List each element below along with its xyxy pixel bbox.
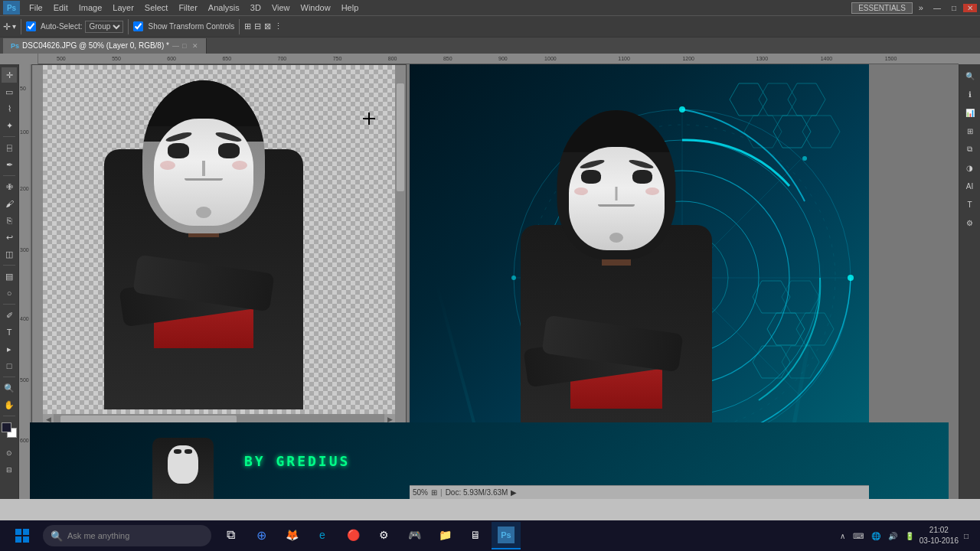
show-transform-checkbox[interactable] xyxy=(133,21,143,31)
align-right-icon[interactable]: ⊠ xyxy=(264,21,271,31)
zoom-fit-right-icon[interactable]: ⊞ xyxy=(431,488,437,497)
menu-view[interactable]: View xyxy=(267,2,295,13)
start-button[interactable] xyxy=(3,522,41,549)
system-tray: ∧ ⌨ 🌐 🔊 🔋 21:02 03-10-2016 □ xyxy=(838,525,977,546)
tray-network[interactable]: 🌐 xyxy=(869,532,883,540)
heal-tool[interactable]: ✙ xyxy=(2,179,17,194)
history-brush-tool[interactable]: ↩ xyxy=(2,230,17,245)
marquee-tool[interactable]: ▭ xyxy=(2,84,17,99)
tool-arrow-icon: ▾ xyxy=(12,22,16,31)
menu-analysis[interactable]: Analysis xyxy=(204,2,244,13)
magic-wand-tool[interactable]: ✦ xyxy=(2,118,17,133)
eyedropper-tool[interactable]: ✒ xyxy=(2,157,17,172)
taskbar-chrome[interactable]: ⊕ xyxy=(247,522,276,549)
foreground-color[interactable] xyxy=(2,422,11,432)
tab-restore-icon[interactable]: □ xyxy=(182,42,186,50)
panel-layers-icon[interactable]: ⧉ xyxy=(962,141,978,158)
align-center-icon[interactable]: ⊟ xyxy=(254,21,261,31)
color-swatch[interactable] xyxy=(2,422,17,438)
hand-tool[interactable]: ✋ xyxy=(2,397,17,412)
menu-3d[interactable]: 3D xyxy=(246,2,266,13)
auto-select-dropdown[interactable]: Group Layer xyxy=(85,21,123,33)
menu-edit[interactable]: Edit xyxy=(49,2,73,13)
tray-chevron[interactable]: ∧ xyxy=(838,532,848,540)
gradient-tool[interactable]: ▤ xyxy=(2,269,17,284)
auto-select-checkbox[interactable] xyxy=(26,21,36,31)
svg-rect-34 xyxy=(23,536,29,543)
quick-mask-button[interactable]: ⊙ xyxy=(2,445,17,461)
toolbar-separator-1 xyxy=(21,19,21,34)
zoom-tool[interactable]: 🔍 xyxy=(2,380,17,396)
tray-notification[interactable]: □ xyxy=(962,532,971,540)
panel-tools-icon[interactable]: ⚙ xyxy=(962,214,978,231)
tab-close-icon[interactable]: ✕ xyxy=(192,42,198,50)
type-tool[interactable]: T xyxy=(2,324,17,340)
panel-text-icon[interactable]: T xyxy=(962,196,978,213)
menu-select[interactable]: Select xyxy=(140,2,173,13)
pen-tool[interactable]: ✐ xyxy=(2,308,17,323)
tool-separator-2 xyxy=(3,175,15,176)
panel-adjustment-icon[interactable]: ◑ xyxy=(962,159,978,176)
ruler-v-mark-3: 200 xyxy=(20,186,29,191)
screen-mode-button[interactable]: ⊟ xyxy=(2,462,17,478)
tray-battery[interactable]: 🔋 xyxy=(903,532,916,540)
panel-info-icon[interactable]: ℹ xyxy=(962,86,978,103)
lasso-tool[interactable]: ⌇ xyxy=(2,101,17,116)
toolbar-separator-3 xyxy=(239,19,240,34)
taskbar-red-circle[interactable]: 🔴 xyxy=(338,522,368,549)
taskbar-settings[interactable]: ⚙ xyxy=(369,522,398,549)
document-left[interactable]: ▶ ◀ 50% ⊞ | Doc: 2.65M/3.14M ▶ xyxy=(31,64,407,439)
tray-keyboard[interactable]: ⌨ xyxy=(851,532,866,540)
distribute-icon[interactable]: ⋮ xyxy=(274,21,283,31)
expand-icon[interactable]: » xyxy=(916,2,926,13)
person-cutout xyxy=(66,73,341,409)
shape-tool[interactable]: □ xyxy=(2,358,17,373)
doc-left-vscroll[interactable] xyxy=(395,65,406,425)
menu-layer[interactable]: Layer xyxy=(108,2,139,13)
tool-separator-5 xyxy=(3,377,15,377)
taskbar-task-view[interactable]: ⧉ xyxy=(216,522,245,549)
document-tab[interactable]: Ps DSC04626.JPG @ 50% (Layer 0, RGB/8) *… xyxy=(3,38,207,54)
menu-help[interactable]: Help xyxy=(337,2,364,13)
taskbar-search-bar[interactable]: 🔍 Ask me anything xyxy=(43,525,211,546)
restore-button[interactable]: □ xyxy=(948,4,960,12)
toolbar-separator-2 xyxy=(128,19,129,34)
zoom-right: 50% xyxy=(413,488,428,497)
tab-title: DSC04626.JPG @ 50% (Layer 0, RGB/8) * xyxy=(22,41,169,50)
align-left-icon[interactable]: ⊞ xyxy=(244,21,251,31)
taskbar-files[interactable]: 📁 xyxy=(430,522,459,549)
essentials-button[interactable]: ESSENTIALS xyxy=(851,2,913,14)
panel-grid-icon[interactable]: ⊞ xyxy=(962,122,978,139)
eraser-tool[interactable]: ◫ xyxy=(2,246,17,262)
stamp-tool[interactable]: ⎘ xyxy=(2,213,17,228)
tab-minimize-icon[interactable]: — xyxy=(172,42,179,50)
menu-filter[interactable]: Filter xyxy=(174,2,201,13)
tray-volume[interactable]: 🔊 xyxy=(886,532,900,540)
panel-histogram-icon[interactable]: 📊 xyxy=(962,104,978,121)
dodge-tool[interactable]: ○ xyxy=(2,285,17,301)
taskbar-ie[interactable]: e xyxy=(308,522,337,549)
forward-arrow-right[interactable]: ▶ xyxy=(511,488,517,497)
menu-image[interactable]: Image xyxy=(74,2,107,13)
taskbar-firefox[interactable]: 🦊 xyxy=(277,522,306,549)
close-button[interactable]: ✕ xyxy=(963,4,977,12)
strip-thumbnail xyxy=(137,422,229,499)
menu-file[interactable]: File xyxy=(24,2,47,13)
crop-tool[interactable]: ⌸ xyxy=(2,140,17,155)
taskbar-gamepad[interactable]: 🎮 xyxy=(400,522,429,549)
menu-window[interactable]: Window xyxy=(296,2,335,13)
panel-search-icon[interactable]: 🔍 xyxy=(962,67,978,84)
minimize-button[interactable]: — xyxy=(929,4,945,12)
path-select-tool[interactable]: ▸ xyxy=(2,341,17,357)
canvas-transparent xyxy=(43,65,397,425)
auto-select-label: Auto-Select: xyxy=(41,22,82,31)
system-clock[interactable]: 21:02 03-10-2016 xyxy=(920,525,959,546)
panel-AI-icon[interactable]: AI xyxy=(962,178,978,194)
move-tool[interactable]: ✛ xyxy=(2,67,17,83)
ps-logo: Ps xyxy=(3,1,20,15)
ruler-tick-1200: 1200 xyxy=(682,56,694,61)
taskbar-photoshop[interactable]: Ps xyxy=(492,522,521,549)
taskbar-monitor[interactable]: 🖥 xyxy=(461,522,490,549)
ruler-tick-1500: 1500 xyxy=(885,56,897,61)
brush-tool[interactable]: 🖌 xyxy=(2,196,17,211)
